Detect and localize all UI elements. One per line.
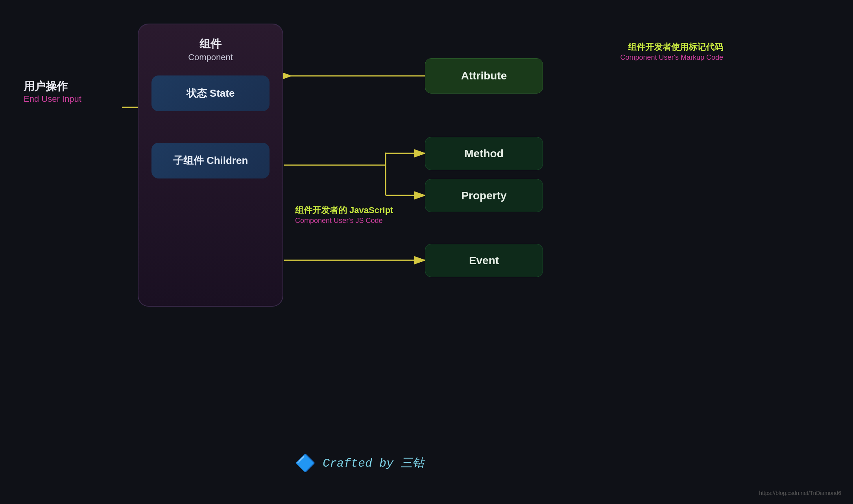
state-box-text: 状态 State [186, 87, 235, 99]
component-box: 组件 Component 状态 State 子组件 Children [138, 24, 283, 307]
method-box-text: Method [464, 147, 504, 160]
left-label-cn: 用户操作 [24, 79, 81, 94]
component-title-en: Component [188, 52, 233, 64]
left-label: 用户操作 End User Input [24, 79, 81, 104]
children-box: 子组件 Children [151, 143, 270, 178]
diagram-container: 用户操作 End User Input 组件 Component 状态 Stat… [0, 0, 853, 504]
property-box: Property [425, 179, 543, 212]
gem-icon: 🔷 [295, 453, 316, 473]
bottom-right-label-en: Component User's JS Code [295, 217, 393, 225]
state-box: 状态 State [151, 75, 270, 111]
attribute-box: Attribute [425, 58, 543, 94]
bottom-right-label: 组件开发者的 JavaScript Component User's JS Co… [295, 204, 393, 225]
attribute-box-text: Attribute [461, 70, 507, 82]
property-box-text: Property [461, 189, 506, 202]
footer-text: Crafted by 三钻 [323, 455, 424, 471]
component-title-cn: 组件 [188, 36, 233, 52]
footer-url: https://blog.csdn.net/TriDiamond6 [759, 490, 841, 496]
children-box-text: 子组件 Children [173, 155, 248, 166]
top-right-label-cn: 组件开发者使用标记代码 [295, 41, 723, 53]
component-title: 组件 Component [188, 36, 233, 64]
bottom-right-label-cn: 组件开发者的 JavaScript [295, 204, 393, 217]
footer-brand: 🔷 Crafted by 三钻 [295, 453, 424, 473]
method-box: Method [425, 137, 543, 170]
event-box-text: Event [469, 254, 499, 267]
event-box: Event [425, 244, 543, 277]
left-label-en: End User Input [24, 94, 81, 104]
